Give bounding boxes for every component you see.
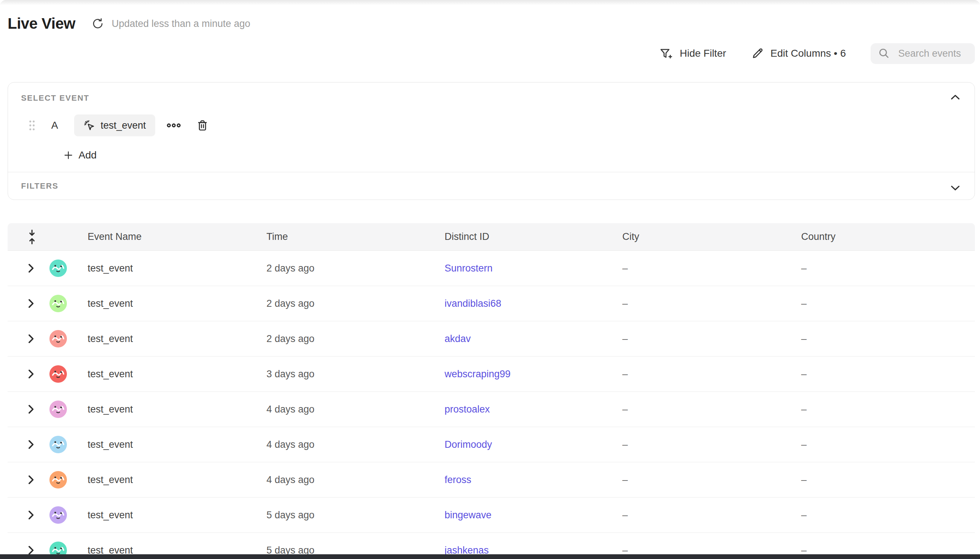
country-cell: –: [801, 474, 975, 486]
user-avatar: [50, 436, 67, 453]
event-name-cell: test_event: [73, 298, 266, 309]
add-label: Add: [79, 149, 97, 161]
chevron-right-icon[interactable]: [27, 545, 35, 556]
distinct-id-link[interactable]: akdav: [445, 333, 471, 344]
hide-filter-label: Hide Filter: [680, 48, 726, 59]
time-cell: 2 days ago: [266, 333, 445, 344]
distinct-id-link[interactable]: ivandiblasi68: [445, 298, 501, 309]
distinct-id-link[interactable]: webscraping99: [445, 369, 511, 379]
event-name-cell: test_event: [73, 404, 266, 415]
trash-icon[interactable]: [197, 119, 208, 132]
country-cell: –: [801, 404, 975, 415]
chevron-right-icon[interactable]: [27, 404, 35, 414]
column-header-distinct-id: Distinct ID: [445, 231, 622, 242]
user-avatar: [50, 506, 67, 524]
chevron-right-icon[interactable]: [27, 263, 35, 273]
events-table: Event Name Time Distinct ID City Country: [8, 223, 975, 559]
time-cell: 4 days ago: [266, 474, 445, 486]
search-events-input[interactable]: [897, 48, 967, 60]
time-cell: 4 days ago: [266, 439, 445, 450]
column-header-country: Country: [801, 231, 975, 242]
pencil-icon: [751, 47, 764, 60]
user-avatar: [50, 400, 67, 418]
distinct-id-link[interactable]: bingewave: [445, 509, 491, 521]
edit-columns-button[interactable]: Edit Columns • 6: [751, 47, 846, 60]
chevron-right-icon[interactable]: [27, 475, 35, 485]
event-name-cell: test_event: [73, 439, 266, 450]
city-cell: –: [622, 263, 801, 274]
hide-filter-button[interactable]: Hide Filter: [659, 47, 726, 60]
table-header: Event Name Time Distinct ID City Country: [8, 223, 975, 251]
cursor-click-icon: [84, 119, 95, 131]
column-header-time: Time: [266, 231, 445, 242]
table-row: test_event 2 days ago Sunrostern – –: [8, 251, 975, 286]
select-event-label: SELECT EVENT: [21, 93, 962, 103]
dots-menu-icon[interactable]: [166, 121, 182, 130]
city-cell: –: [622, 439, 801, 450]
table-row: test_event 2 days ago ivandiblasi68 – –: [8, 286, 975, 321]
chevron-up-icon[interactable]: [950, 93, 961, 101]
panel-top-edge: [0, 0, 980, 6]
search-events-box[interactable]: [871, 43, 975, 64]
event-chip[interactable]: test_event: [74, 114, 155, 136]
user-avatar: [50, 330, 67, 347]
chevron-right-icon[interactable]: [27, 369, 35, 379]
city-cell: –: [622, 474, 801, 486]
distinct-id-link[interactable]: jashkenas: [445, 545, 489, 556]
table-row: test_event 3 days ago webscraping99 – –: [8, 357, 975, 392]
country-cell: –: [801, 369, 975, 380]
event-name-cell: test_event: [73, 509, 266, 521]
table-row: test_event 2 days ago akdav – –: [8, 321, 975, 357]
page-header: Live View Updated less than a minute ago: [8, 12, 975, 35]
city-cell: –: [622, 298, 801, 309]
chevron-right-icon[interactable]: [27, 510, 35, 520]
event-name-cell: test_event: [73, 369, 266, 380]
filter-plus-icon: [659, 47, 673, 60]
city-cell: –: [622, 404, 801, 415]
time-cell: 4 days ago: [266, 404, 445, 415]
chevron-right-icon[interactable]: [27, 440, 35, 450]
table-row: test_event 5 days ago bingewave – –: [8, 498, 975, 533]
refresh-button[interactable]: [91, 17, 104, 30]
city-cell: –: [622, 369, 801, 380]
country-cell: –: [801, 298, 975, 309]
table-row: test_event 4 days ago prostoalex – –: [8, 392, 975, 427]
page-title: Live View: [8, 15, 75, 32]
add-event-button[interactable]: Add: [63, 149, 97, 161]
table-row: test_event 4 days ago feross – –: [8, 462, 975, 498]
country-cell: –: [801, 439, 975, 450]
user-avatar: [50, 471, 67, 488]
distinct-id-link[interactable]: Dorimoody: [445, 439, 492, 450]
time-cell: 5 days ago: [266, 509, 445, 521]
collapse-rows-icon: [27, 229, 37, 245]
filters-section[interactable]: FILTERS: [8, 172, 975, 200]
toolbar: Hide Filter Edit Columns • 6: [8, 43, 975, 64]
collapse-rows-button[interactable]: [8, 229, 44, 245]
chevron-down-icon[interactable]: [950, 184, 961, 192]
distinct-id-link[interactable]: feross: [445, 474, 471, 485]
country-cell: –: [801, 263, 975, 274]
distinct-id-link[interactable]: prostoalex: [445, 404, 490, 415]
plus-icon: [63, 150, 73, 160]
edit-columns-label: Edit Columns • 6: [771, 48, 846, 59]
search-icon: [878, 47, 890, 60]
event-row: A test_event: [21, 114, 962, 136]
chevron-right-icon[interactable]: [27, 298, 35, 309]
filters-label: FILTERS: [21, 181, 58, 191]
event-name-cell: test_event: [73, 263, 266, 274]
event-chip-label: test_event: [101, 120, 146, 131]
time-cell: 2 days ago: [266, 263, 445, 274]
user-avatar: [50, 295, 67, 312]
country-cell: –: [801, 333, 975, 344]
chevron-right-icon[interactable]: [27, 334, 35, 344]
city-cell: –: [622, 509, 801, 521]
query-builder-card: SELECT EVENT A test_event: [8, 82, 975, 200]
user-avatar: [50, 260, 67, 277]
drag-handle-icon[interactable]: [28, 119, 36, 132]
table-row: test_event 4 days ago Dorimoody – –: [8, 427, 975, 462]
distinct-id-link[interactable]: Sunrostern: [445, 263, 492, 274]
time-cell: 2 days ago: [266, 298, 445, 309]
column-header-city: City: [622, 231, 801, 242]
refresh-icon: [92, 17, 104, 30]
select-event-section: SELECT EVENT A test_event: [8, 83, 975, 172]
